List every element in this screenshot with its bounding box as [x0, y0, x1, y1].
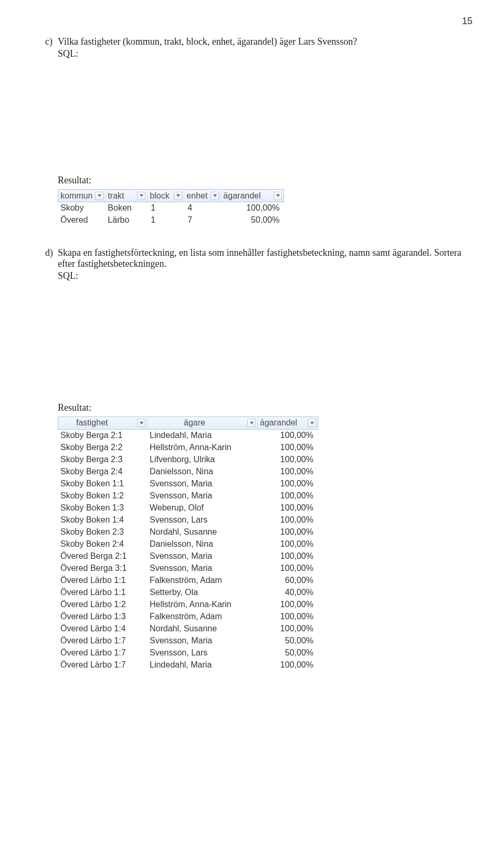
cell-andel: 100,00% [258, 610, 318, 622]
chevron-down-icon[interactable] [95, 192, 103, 200]
question-d-block: d) Skapa en fastighetsförteckning, en li… [58, 247, 472, 282]
col-label: fastighet [60, 418, 117, 428]
cell-fastighet: Övered Lärbo 1:2 [58, 598, 148, 610]
cell-fastighet: Övered Lärbo 1:7 [58, 659, 148, 671]
chevron-down-icon[interactable] [137, 192, 145, 200]
question-d-sql-label: SQL: [58, 270, 472, 282]
cell-agare: Hellström, Anna-Karin [148, 598, 258, 610]
cell-fastighet: Övered Lärbo 1:3 [58, 610, 148, 622]
cell-andel: 100,00% [258, 429, 318, 441]
col-enhet[interactable]: enhet [184, 190, 221, 202]
question-d-letter: d) [45, 247, 58, 269]
cell-trakt: Boken [106, 202, 148, 214]
table-row: Skoby Berga 2:2Hellström, Anna-Karin100,… [58, 441, 318, 453]
col-agarandel[interactable]: ägarandel [221, 190, 284, 202]
cell-agare: Svensson, Maria [148, 490, 258, 502]
question-c-sql-label: SQL: [58, 48, 472, 59]
cell-fastighet: Övered Lärbo 1:7 [58, 647, 148, 659]
result-table-2: fastighet ägare ägarandel Skoby Berga 2:… [58, 416, 318, 671]
cell-enhet: 7 [184, 214, 221, 226]
col-label: trakt [108, 191, 133, 201]
question-c-text: Vilka fastigheter (kommun, trakt, block,… [58, 36, 472, 47]
chevron-down-icon[interactable] [211, 192, 219, 200]
cell-andel: 100,00% [258, 538, 318, 550]
chevron-down-icon[interactable] [274, 192, 282, 200]
cell-andel: 100,00% [258, 477, 318, 490]
cell-fastighet: Övered Lärbo 1:1 [58, 574, 148, 586]
cell-fastighet: Övered Lärbo 1:7 [58, 634, 148, 647]
cell-block: 1 [148, 214, 184, 226]
question-d-text: Skapa en fastighetsförteckning, en lista… [58, 247, 472, 269]
cell-andel: 100,00% [258, 441, 318, 453]
cell-andel: 100,00% [258, 562, 318, 574]
cell-andel: 100,00% [258, 598, 318, 610]
cell-andel: 100,00% [258, 465, 318, 477]
cell-andel: 100,00% [258, 502, 318, 514]
cell-agare: Danielsson, Nina [148, 465, 258, 477]
cell-agare: Nordahl, Susanne [148, 526, 258, 538]
cell-agare: Lindedahl, Maria [148, 659, 258, 671]
table-row: Skoby Boken 2:3Nordahl, Susanne100,00% [58, 526, 318, 538]
table-row: Skoby Berga 2:1Lindedahl, Maria100,00% [58, 429, 318, 441]
table-row: Övered Lärbo 1:3Falkenström, Adam100,00% [58, 610, 318, 622]
chevron-down-icon[interactable] [137, 419, 145, 427]
cell-fastighet: Skoby Boken 1:3 [58, 502, 148, 514]
table-row: Övered Lärbo 1:7Lindedahl, Maria100,00% [58, 659, 318, 671]
cell-agare: Svensson, Maria [148, 634, 258, 647]
cell-andel: 100,00% [258, 490, 318, 502]
cell-agare: Svensson, Lars [148, 514, 258, 526]
table-row: SkobyBoken14100,00% [58, 202, 284, 214]
cell-andel: 100,00% [258, 526, 318, 538]
table-row: Övered Lärbo 1:7Svensson, Lars50,00% [58, 647, 318, 659]
cell-agare: Falkenström, Adam [148, 574, 258, 586]
question-c-result-label: Resultat: [58, 175, 472, 186]
cell-andel: 100,00% [258, 453, 318, 465]
cell-agare: Svensson, Lars [148, 647, 258, 659]
cell-fastighet: Övered Lärbo 1:4 [58, 622, 148, 634]
table-row: Skoby Boken 1:4Svensson, Lars100,00% [58, 514, 318, 526]
cell-andel: 100,00% [258, 622, 318, 634]
table-row: Skoby Boken 1:3Weberup, Olof100,00% [58, 502, 318, 514]
cell-andel: 50,00% [258, 634, 318, 647]
cell-fastighet: Skoby Boken 2:3 [58, 526, 148, 538]
cell-fastighet: Skoby Boken 1:4 [58, 514, 148, 526]
question-c-letter: c) [45, 36, 58, 47]
cell-andel: 100,00% [258, 550, 318, 562]
table-row: Övered Berga 2:1Svensson, Maria100,00% [58, 550, 318, 562]
table-row: Skoby Berga 2:4Danielsson, Nina100,00% [58, 465, 318, 477]
table-row: Skoby Berga 2:3Lifvenborg, Ulrika100,00% [58, 453, 318, 465]
col-agare[interactable]: ägare [148, 416, 258, 429]
cell-agare: Lifvenborg, Ulrika [148, 453, 258, 465]
table-row: Övered Lärbo 1:2Hellström, Anna-Karin100… [58, 598, 318, 610]
cell-kommun: Skoby [58, 202, 106, 214]
spacer [58, 65, 472, 175]
cell-andel: 40,00% [258, 586, 318, 598]
cell-fastighet: Skoby Berga 2:2 [58, 441, 148, 453]
cell-enhet: 4 [184, 202, 221, 214]
cell-block: 1 [148, 202, 184, 214]
cell-andel: 100,00% [258, 659, 318, 671]
cell-trakt: Lärbo [106, 214, 148, 226]
cell-andel: 60,00% [258, 574, 318, 586]
col-block[interactable]: block [148, 190, 184, 202]
chevron-down-icon[interactable] [247, 419, 256, 427]
col-kommun[interactable]: kommun [58, 190, 106, 202]
spacer [58, 287, 472, 402]
col-trakt[interactable]: trakt [106, 190, 148, 202]
chevron-down-icon[interactable] [174, 192, 182, 200]
cell-agare: Svensson, Maria [148, 550, 258, 562]
table-row: Skoby Boken 2:4Danielsson, Nina100,00% [58, 538, 318, 550]
chevron-down-icon[interactable] [308, 419, 316, 427]
cell-andel: 100,00% [221, 202, 284, 214]
cell-fastighet: Skoby Berga 2:1 [58, 429, 148, 441]
col-agarandel[interactable]: ägarandel [258, 416, 318, 429]
table-row: ÖveredLärbo1750,00% [58, 214, 284, 226]
table-row: Övered Lärbo 1:4Nordahl, Susanne100,00% [58, 622, 318, 634]
cell-agare: Lindedahl, Maria [148, 429, 258, 441]
col-fastighet[interactable]: fastighet [58, 416, 148, 429]
col-label: ägarandel [223, 191, 270, 201]
cell-kommun: Övered [58, 214, 106, 226]
col-label: ägarandel [260, 418, 307, 428]
cell-agare: Falkenström, Adam [148, 610, 258, 622]
cell-fastighet: Skoby Berga 2:3 [58, 453, 148, 465]
